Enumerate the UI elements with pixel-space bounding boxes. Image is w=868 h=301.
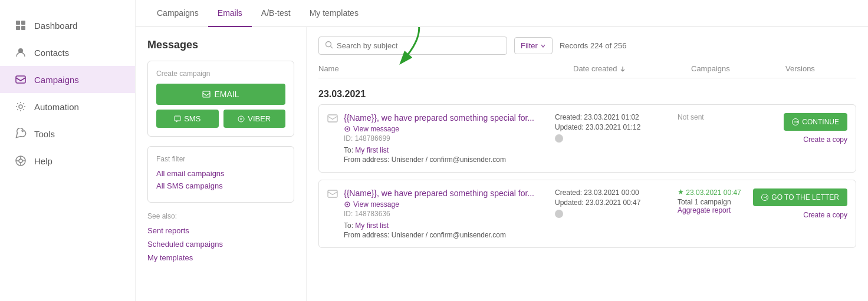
svg-point-13 (326, 42, 331, 47)
email-icon-2 (327, 190, 338, 200)
svg-rect-18 (328, 190, 337, 197)
tab-my-templates[interactable]: My templates (300, 0, 368, 27)
records-info: Records 224 of 256 (560, 41, 626, 50)
to-list-link-2[interactable]: My first list (355, 221, 389, 230)
tools-icon (14, 127, 27, 140)
th-date-created[interactable]: Date created (573, 64, 691, 73)
fast-filter-label: Fast filter (156, 155, 285, 163)
sidebar-item-contacts-label: Contacts (34, 48, 69, 58)
th-campaigns: Campaigns (691, 64, 785, 73)
th-name: Name (318, 64, 573, 73)
msg-info-2: {{Name}}, we have prepared something spe… (344, 188, 534, 239)
msg-to-2: To: My first list (344, 221, 534, 230)
table-header: Name Date created Campaigns Versions (318, 64, 856, 78)
msg-status-1: Not sent (678, 113, 772, 121)
contacts-icon (14, 46, 27, 59)
msg-from-2: From address: Unisender / confirm@unisen… (344, 231, 534, 239)
panel-title: Messages (147, 39, 294, 51)
create-viber-button[interactable]: VIBER (223, 110, 286, 128)
all-email-campaigns-link[interactable]: All email campaigns (156, 169, 285, 178)
table-row: {{Name}}, we have prepared something spe… (318, 104, 856, 173)
msg-to-1: To: My first list (344, 146, 534, 154)
sidebar-item-dashboard[interactable]: Dashboard (0, 12, 135, 39)
sidebar-item-tools-label: Tools (34, 129, 55, 139)
msg-title-1[interactable]: {{Name}}, we have prepared something spe… (344, 113, 534, 123)
msg-info-1: {{Name}}, we have prepared something spe… (344, 113, 534, 164)
msg-id-1: ID: 148786699 (344, 134, 534, 143)
msg-actions-2: GO TO THE LETTER Create a copy (777, 188, 847, 219)
my-templates-link[interactable]: My templates (147, 253, 294, 262)
svg-point-6 (19, 105, 22, 108)
msg-dates-1: Created: 23.03.2021 01:02 Updated: 23.03… (555, 113, 673, 144)
continue-button-1[interactable]: CONTINUE (784, 113, 847, 131)
view-message-2[interactable]: View message (344, 200, 534, 209)
svg-rect-2 (16, 26, 20, 30)
msg-id-2: ID: 148783636 (344, 210, 534, 218)
msg-dates-2: Created: 23.03.2021 00:00 Updated: 23.03… (555, 188, 673, 220)
svg-rect-5 (16, 76, 25, 83)
create-campaign-label: Create campaign (156, 70, 285, 78)
filter-label: Filter (521, 41, 538, 50)
email-icon-1 (327, 114, 338, 124)
main-content: Campaigns Emails A/B-test My templates M… (136, 0, 868, 301)
create-email-button[interactable]: EMAIL (156, 84, 285, 105)
msg-title-2[interactable]: {{Name}}, we have prepared something spe… (344, 188, 534, 198)
sidebar-item-help[interactable]: Help (0, 147, 135, 174)
svg-rect-3 (21, 26, 25, 30)
create-sms-button[interactable]: SMS (156, 110, 219, 128)
scheduled-campaigns-link[interactable]: Scheduled campaigns (147, 240, 294, 249)
svg-point-16 (347, 128, 348, 130)
search-box[interactable] (318, 37, 507, 55)
th-versions: Versions (785, 64, 856, 73)
msg-from-1: From address: Unisender / confirm@unisen… (344, 156, 534, 164)
sidebar-item-help-label: Help (34, 156, 52, 166)
sidebar: Dashboard Contacts Campaigns Automation … (0, 0, 136, 301)
see-also-label: See also: (147, 212, 294, 220)
svg-rect-1 (21, 21, 25, 25)
aggregate-report-link[interactable]: Aggregate report (678, 206, 772, 214)
view-message-1[interactable]: View message (344, 125, 534, 133)
campaign-date-link[interactable]: 23.03.2021 00:47 (686, 188, 741, 197)
tab-emails[interactable]: Emails (208, 0, 252, 27)
sidebar-item-tools[interactable]: Tools (0, 120, 135, 147)
svg-rect-9 (203, 91, 210, 97)
table-row: {{Name}}, we have prepared something spe… (318, 180, 856, 248)
dashboard-icon (14, 19, 27, 32)
svg-point-8 (19, 159, 22, 163)
see-also-section: See also: Sent reports Scheduled campaig… (147, 212, 294, 262)
sidebar-item-campaigns-label: Campaigns (34, 75, 79, 85)
fast-filter-box: Fast filter All email campaigns All SMS … (147, 146, 294, 203)
create-campaign-box: Create campaign EMAIL SMS VIBER (147, 61, 294, 137)
help-icon (14, 154, 27, 167)
user-avatar-2 (555, 210, 563, 218)
create-copy-link-2[interactable]: Create a copy (803, 211, 847, 219)
tab-campaigns[interactable]: Campaigns (147, 0, 208, 27)
sidebar-item-dashboard-label: Dashboard (34, 21, 77, 31)
automation-icon (14, 100, 27, 113)
create-copy-link-1[interactable]: Create a copy (803, 135, 847, 144)
svg-point-11 (238, 116, 244, 122)
msg-actions-1: CONTINUE Create a copy (777, 113, 847, 144)
svg-rect-10 (175, 116, 180, 121)
campaigns-icon (14, 73, 27, 86)
left-panel: Messages Create campaign EMAIL SMS VIBER (136, 27, 307, 301)
msg-main-1: {{Name}}, we have prepared something spe… (327, 113, 550, 164)
user-avatar-1 (555, 134, 563, 143)
tabs-bar: Campaigns Emails A/B-test My templates (136, 0, 868, 27)
search-icon (325, 41, 333, 51)
filter-button[interactable]: Filter (514, 37, 553, 54)
svg-rect-0 (16, 21, 20, 25)
sidebar-item-contacts[interactable]: Contacts (0, 39, 135, 66)
sidebar-item-automation[interactable]: Automation (0, 93, 135, 120)
sidebar-item-automation-label: Automation (34, 102, 79, 112)
goto-letter-button[interactable]: GO TO THE LETTER (753, 188, 847, 206)
tab-ab-test[interactable]: A/B-test (252, 0, 300, 27)
search-input[interactable] (337, 41, 501, 50)
sent-reports-link[interactable]: Sent reports (147, 226, 294, 235)
all-sms-campaigns-link[interactable]: All SMS campaigns (156, 181, 285, 190)
sidebar-item-campaigns[interactable]: Campaigns (0, 66, 135, 93)
to-list-link-1[interactable]: My first list (355, 146, 389, 154)
right-panel: Filter Records 224 of 256 Name Date crea… (307, 27, 868, 301)
content-area: Messages Create campaign EMAIL SMS VIBER (136, 27, 868, 301)
date-group: 23.03.2021 (318, 83, 856, 104)
